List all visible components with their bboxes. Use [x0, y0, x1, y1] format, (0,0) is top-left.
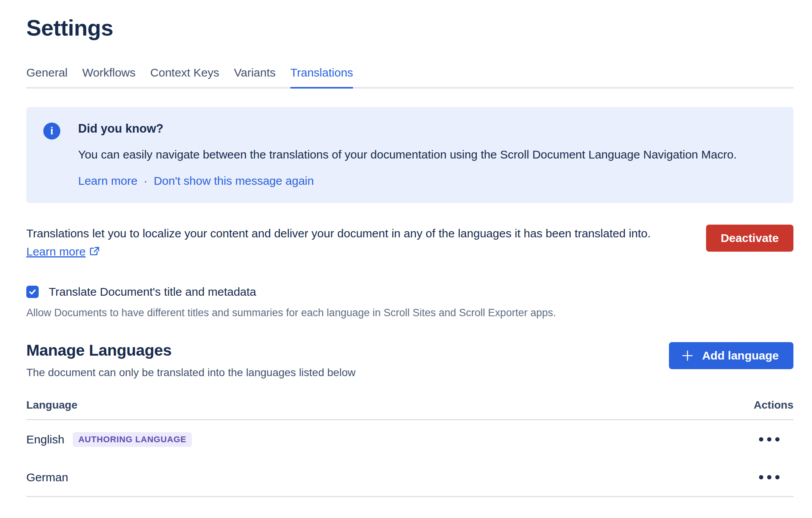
- tab-context-keys[interactable]: Context Keys: [150, 66, 219, 89]
- intro-text: Translations let you to localize your co…: [26, 225, 691, 262]
- did-you-know-banner: i Did you know? You can easily navigate …: [26, 107, 793, 203]
- add-language-label: Add language: [702, 349, 779, 362]
- title-metadata-setting: Translate Document's title and metadata …: [26, 285, 793, 319]
- link-separator: ·: [143, 174, 147, 187]
- tab-translations[interactable]: Translations: [290, 66, 353, 89]
- plus-icon: [681, 349, 694, 363]
- intro-learn-more-link[interactable]: Learn more: [26, 245, 85, 258]
- title-metadata-row: Translate Document's title and metadata: [26, 285, 793, 298]
- manage-languages-text: Manage Languages The document can only b…: [26, 341, 355, 379]
- info-icon: i: [43, 123, 60, 140]
- deactivate-button[interactable]: Deactivate: [706, 225, 793, 252]
- banner-title: Did you know?: [78, 122, 737, 136]
- banner-learn-more-link[interactable]: Learn more: [78, 174, 137, 187]
- tab-variants[interactable]: Variants: [234, 66, 276, 89]
- external-link-icon: [89, 244, 100, 262]
- checkmark-icon: [29, 288, 36, 296]
- translate-title-checkbox[interactable]: [26, 286, 39, 298]
- ellipsis-icon: [759, 437, 763, 441]
- table-header: Language Actions: [26, 399, 793, 420]
- banner-body: You can easily navigate between the tran…: [78, 147, 737, 163]
- add-language-button[interactable]: Add language: [669, 342, 793, 369]
- banner-content: Did you know? You can easily navigate be…: [78, 122, 737, 187]
- ellipsis-icon: [759, 475, 763, 479]
- translate-title-label[interactable]: Translate Document's title and metadata: [49, 285, 256, 298]
- language-cell: German: [26, 471, 68, 484]
- settings-tabs: General Workflows Context Keys Variants …: [26, 66, 793, 89]
- table-row: English AUTHORING LANGUAGE: [26, 420, 793, 459]
- translations-intro: Translations let you to localize your co…: [26, 225, 793, 262]
- authoring-language-badge: AUTHORING LANGUAGE: [73, 432, 192, 447]
- intro-text-body: Translations let you to localize your co…: [26, 227, 651, 240]
- row-actions-menu-button[interactable]: [755, 433, 793, 445]
- language-name: German: [26, 471, 68, 484]
- languages-table: Language Actions English AUTHORING LANGU…: [26, 399, 793, 497]
- settings-page: Settings General Workflows Context Keys …: [0, 0, 812, 497]
- language-cell: English AUTHORING LANGUAGE: [26, 432, 192, 447]
- column-header-actions: Actions: [754, 399, 793, 411]
- manage-languages-subtext: The document can only be translated into…: [26, 366, 355, 379]
- page-title: Settings: [26, 15, 793, 41]
- dismiss-message-link[interactable]: Don't show this message again: [154, 174, 314, 187]
- row-actions-menu-button[interactable]: [755, 471, 793, 483]
- column-header-language: Language: [26, 399, 77, 411]
- tab-workflows[interactable]: Workflows: [82, 66, 136, 89]
- table-body: English AUTHORING LANGUAGE German: [26, 420, 793, 497]
- banner-links: Learn more · Don't show this message aga…: [78, 174, 737, 187]
- tab-general[interactable]: General: [26, 66, 68, 89]
- manage-languages-title: Manage Languages: [26, 341, 355, 360]
- translate-title-help-text: Allow Documents to have different titles…: [26, 307, 793, 319]
- table-row: German: [26, 459, 793, 496]
- language-name: English: [26, 433, 64, 446]
- manage-languages-header: Manage Languages The document can only b…: [26, 341, 793, 379]
